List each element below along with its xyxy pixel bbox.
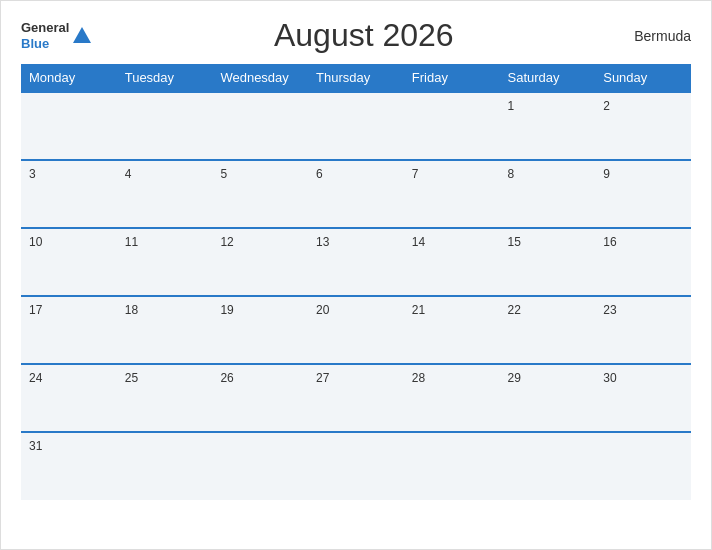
day-cell: 17 (21, 296, 117, 364)
day-number: 2 (603, 99, 610, 113)
logo: General Blue (21, 20, 93, 51)
day-number: 6 (316, 167, 323, 181)
logo-general-text: General (21, 20, 69, 36)
day-cell: 29 (500, 364, 596, 432)
day-cell (404, 92, 500, 160)
weekday-header-wednesday: Wednesday (212, 64, 308, 92)
day-number: 3 (29, 167, 36, 181)
day-number: 15 (508, 235, 521, 249)
calendar-title: August 2026 (274, 17, 454, 54)
day-cell (212, 92, 308, 160)
day-cell: 31 (21, 432, 117, 500)
day-cell: 25 (117, 364, 213, 432)
week-row-3: 17181920212223 (21, 296, 691, 364)
day-number: 11 (125, 235, 138, 249)
day-cell: 4 (117, 160, 213, 228)
weekday-header-thursday: Thursday (308, 64, 404, 92)
day-cell (500, 432, 596, 500)
day-cell: 26 (212, 364, 308, 432)
day-cell: 15 (500, 228, 596, 296)
weekday-header-monday: Monday (21, 64, 117, 92)
day-cell: 24 (21, 364, 117, 432)
day-cell: 30 (595, 364, 691, 432)
calendar-grid: MondayTuesdayWednesdayThursdayFridaySatu… (21, 64, 691, 500)
day-number: 19 (220, 303, 233, 317)
day-number: 1 (508, 99, 515, 113)
region-label: Bermuda (634, 28, 691, 44)
logo-icon (71, 25, 93, 47)
day-number: 14 (412, 235, 425, 249)
day-number: 22 (508, 303, 521, 317)
weekday-header-row: MondayTuesdayWednesdayThursdayFridaySatu… (21, 64, 691, 92)
day-number: 4 (125, 167, 132, 181)
week-row-5: 31 (21, 432, 691, 500)
logo-blue-text: Blue (21, 36, 49, 52)
day-number: 28 (412, 371, 425, 385)
day-number: 8 (508, 167, 515, 181)
week-row-2: 10111213141516 (21, 228, 691, 296)
day-number: 7 (412, 167, 419, 181)
week-row-1: 3456789 (21, 160, 691, 228)
day-cell: 2 (595, 92, 691, 160)
day-number: 25 (125, 371, 138, 385)
day-number: 5 (220, 167, 227, 181)
day-number: 27 (316, 371, 329, 385)
day-cell (117, 432, 213, 500)
day-cell: 28 (404, 364, 500, 432)
day-cell (404, 432, 500, 500)
day-cell: 5 (212, 160, 308, 228)
day-number: 24 (29, 371, 42, 385)
day-cell: 7 (404, 160, 500, 228)
day-number: 18 (125, 303, 138, 317)
week-row-4: 24252627282930 (21, 364, 691, 432)
day-cell: 23 (595, 296, 691, 364)
day-cell (21, 92, 117, 160)
week-row-0: 12 (21, 92, 691, 160)
day-cell: 10 (21, 228, 117, 296)
day-cell (117, 92, 213, 160)
day-cell: 20 (308, 296, 404, 364)
day-number: 30 (603, 371, 616, 385)
day-number: 20 (316, 303, 329, 317)
day-cell: 8 (500, 160, 596, 228)
day-number: 31 (29, 439, 42, 453)
day-cell: 22 (500, 296, 596, 364)
day-cell: 19 (212, 296, 308, 364)
day-cell (595, 432, 691, 500)
day-number: 10 (29, 235, 42, 249)
day-number: 16 (603, 235, 616, 249)
svg-marker-0 (73, 27, 91, 43)
day-cell: 16 (595, 228, 691, 296)
day-cell: 27 (308, 364, 404, 432)
day-cell: 1 (500, 92, 596, 160)
calendar-header: General Blue August 2026 Bermuda (21, 17, 691, 54)
day-cell: 3 (21, 160, 117, 228)
calendar-container: General Blue August 2026 Bermuda MondayT… (0, 0, 712, 550)
day-number: 26 (220, 371, 233, 385)
day-number: 23 (603, 303, 616, 317)
day-cell (212, 432, 308, 500)
day-cell: 6 (308, 160, 404, 228)
day-cell: 18 (117, 296, 213, 364)
day-cell: 9 (595, 160, 691, 228)
day-cell: 21 (404, 296, 500, 364)
day-number: 9 (603, 167, 610, 181)
day-number: 17 (29, 303, 42, 317)
day-cell: 13 (308, 228, 404, 296)
day-cell: 11 (117, 228, 213, 296)
day-cell: 14 (404, 228, 500, 296)
weekday-header-tuesday: Tuesday (117, 64, 213, 92)
day-number: 12 (220, 235, 233, 249)
day-cell (308, 432, 404, 500)
day-number: 29 (508, 371, 521, 385)
weekday-header-sunday: Sunday (595, 64, 691, 92)
weekday-header-saturday: Saturday (500, 64, 596, 92)
weekday-header-friday: Friday (404, 64, 500, 92)
day-cell: 12 (212, 228, 308, 296)
day-number: 21 (412, 303, 425, 317)
day-cell (308, 92, 404, 160)
day-number: 13 (316, 235, 329, 249)
